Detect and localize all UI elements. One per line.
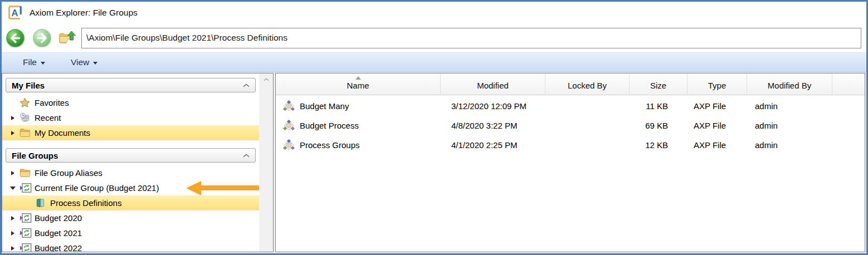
cell-size: 11 KB [630, 96, 687, 116]
address-bar-input[interactable] [81, 28, 861, 48]
window-title: Axiom Explorer: File Groups [30, 8, 138, 18]
filegroup-glyph [19, 243, 32, 252]
cell-type: AXP File [687, 116, 747, 135]
tree-expander[interactable] [6, 131, 19, 135]
process-file-glyph [283, 120, 295, 131]
tree-expander[interactable] [6, 187, 19, 190]
expander-collapsed-icon [11, 171, 14, 175]
tree-item[interactable]: Current File Group (Budget 2021) [2, 180, 259, 195]
chevron-up-icon[interactable] [243, 84, 250, 87]
processfile-icon [283, 120, 295, 131]
sidebar-section-header-file-groups[interactable]: File Groups [6, 148, 256, 163]
arrow-shaft [201, 185, 259, 190]
folder-icon [19, 128, 35, 138]
cell-modified-by: admin [747, 116, 832, 135]
column-header-type[interactable]: Type [687, 73, 747, 95]
tree-expander[interactable] [6, 216, 19, 220]
column-header-label: Locked By [568, 81, 607, 90]
back-button[interactable] [6, 28, 25, 48]
arrow-head [186, 181, 201, 195]
tree-my-files: Favorites Recent [2, 95, 259, 140]
processdef-icon [35, 198, 50, 208]
menu-bar: File View [2, 52, 866, 72]
tree-item-label: Budget 2020 [35, 213, 82, 223]
file-name: Budget Many [300, 101, 349, 111]
tree-item-label: Recent [35, 113, 61, 122]
sidebar-section-header-my-files[interactable]: My Files [6, 78, 256, 92]
cell-modified-by: admin [747, 96, 832, 116]
annotation-arrow [186, 181, 259, 195]
process-file-glyph [283, 100, 295, 112]
cell-name: Process Groups [276, 135, 441, 155]
column-header-locked_by[interactable]: Locked By [545, 73, 630, 95]
expander-collapsed-icon [11, 131, 14, 135]
cell-modified: 4/8/2020 3:22 PM [441, 116, 545, 135]
tree-item[interactable]: Budget 2022 [2, 241, 259, 252]
tree-expander[interactable] [6, 246, 19, 251]
table-row[interactable]: Process Groups 4/1/2020 2:25 PM 12 KB AX… [276, 135, 865, 155]
column-header-name[interactable]: Name [276, 73, 441, 95]
cell-name: Budget Process [276, 116, 441, 135]
filegroup-glyph [19, 228, 32, 238]
chevron-up-icon[interactable] [243, 154, 250, 158]
sort-ascending-icon [355, 76, 361, 80]
svg-text:A: A [11, 8, 18, 18]
navigation-toolbar [2, 23, 866, 52]
column-header-label: Name [347, 81, 369, 90]
file-name: Process Groups [300, 140, 360, 150]
tree-item[interactable]: Budget 2021 [2, 225, 259, 241]
title-bar: A Axiom Explorer: File Groups [2, 2, 866, 23]
tree-file-groups: File Group Aliases [2, 165, 259, 252]
cell-type: AXP File [687, 135, 747, 155]
scrollbar-up-icon[interactable] [259, 73, 273, 85]
tree-item[interactable]: Favorites [2, 95, 259, 110]
tree-item[interactable]: Budget 2020 [2, 210, 259, 225]
file-list-panel: Name Modified Locked By Size [275, 73, 865, 252]
tree-item[interactable]: My Documents [2, 125, 259, 140]
column-header-modified[interactable]: Modified [441, 73, 545, 95]
table-row[interactable]: Budget Many 3/12/2020 12:09 PM 11 KB AXP… [276, 96, 865, 116]
sidebar-content: My Files [2, 73, 259, 252]
cell-size: 12 KB [630, 135, 687, 155]
column-header-size[interactable]: Size [630, 73, 687, 95]
section-title: My Files [12, 81, 243, 90]
tree-expander[interactable] [6, 116, 19, 120]
column-header-label: Size [650, 81, 666, 90]
folder-up-icon [58, 30, 76, 47]
sidebar-scrollbar[interactable] [259, 73, 273, 252]
tree-expander[interactable] [6, 171, 19, 175]
forward-arrow-icon [32, 28, 52, 48]
column-header-modified_by[interactable]: Modified By [747, 73, 832, 95]
cell-locked-by [545, 116, 630, 135]
table-row[interactable]: Budget Process 4/8/2020 3:22 PM 69 KB AX… [276, 116, 865, 135]
folder-up-button[interactable] [58, 30, 76, 47]
star-glyph [19, 97, 30, 108]
cell-locked-by [545, 96, 630, 116]
star-icon [19, 97, 35, 108]
axiom-logo-icon: A [8, 5, 23, 20]
folder-icon [19, 168, 35, 178]
cell-modified: 3/12/2020 12:09 PM [441, 96, 545, 116]
filegroup-icon [19, 183, 35, 193]
recent-glyph [19, 112, 30, 123]
forward-button[interactable] [32, 28, 52, 48]
chevron-down-icon [93, 62, 97, 65]
menu-item[interactable]: File [16, 54, 52, 71]
cell-locked-by [545, 135, 630, 155]
tree-item[interactable]: Process Definitions [2, 195, 259, 210]
tree-expander[interactable] [6, 231, 19, 236]
column-header-label: Modified [477, 81, 509, 90]
tree-item[interactable]: File Group Aliases [2, 165, 259, 180]
tree-item-label: My Documents [35, 128, 90, 138]
tree-item[interactable]: Recent [2, 110, 259, 125]
cell-modified-by: admin [747, 135, 832, 155]
filegroup-glyph [19, 183, 32, 193]
chevron-down-icon [41, 62, 45, 65]
menu-item[interactable]: View [64, 54, 104, 71]
cell-type: AXP File [687, 96, 747, 116]
tree-item-label: Budget 2022 [35, 243, 82, 252]
expander-collapsed-icon [11, 246, 14, 251]
tree-item-label: File Group Aliases [35, 168, 103, 178]
filegroup-icon [19, 213, 35, 223]
sidebar: My Files [2, 73, 274, 252]
